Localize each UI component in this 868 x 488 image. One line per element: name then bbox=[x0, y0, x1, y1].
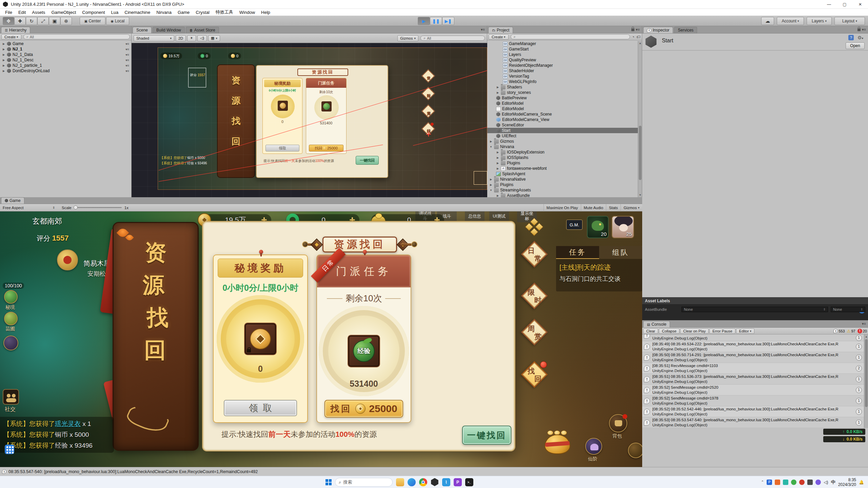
vscode-icon[interactable]: ⌇ bbox=[442, 478, 450, 486]
left-hud-icon[interactable] bbox=[3, 336, 18, 350]
menu-gameobject[interactable]: GameObject bbox=[48, 10, 79, 15]
extra-round-button[interactable] bbox=[628, 443, 642, 458]
purple-app-icon[interactable]: P bbox=[454, 478, 462, 486]
immortal-rank-button[interactable] bbox=[585, 438, 602, 455]
project-item[interactable]: UIEffect bbox=[487, 133, 638, 139]
coin-reward-item[interactable] bbox=[244, 323, 277, 355]
console-editor-dropdown[interactable]: Editor▾ bbox=[736, 328, 754, 334]
project-item[interactable]: ▶Plugins bbox=[487, 182, 638, 187]
move-tool-icon[interactable]: ✚ bbox=[14, 17, 26, 25]
gear-icon[interactable]: ⚙▾ bbox=[857, 35, 863, 40]
taskbar-search-input[interactable]: ⌕搜索 bbox=[335, 478, 393, 487]
menu-cinemachine[interactable]: Cinemachine bbox=[121, 10, 153, 15]
tab-game[interactable]: Game bbox=[1, 197, 24, 204]
project-item[interactable]: C#ResidentObjectManager bbox=[487, 63, 638, 68]
project-item[interactable]: ▶IOSSplashs bbox=[487, 155, 638, 160]
terminal-icon[interactable]: >_ bbox=[465, 478, 473, 486]
tab-project[interactable]: 🗀Project bbox=[488, 27, 513, 33]
project-item[interactable]: ▶Gizmos bbox=[487, 139, 638, 144]
stats-button[interactable]: Stats bbox=[606, 204, 620, 211]
project-search-input[interactable]: ⌕ bbox=[511, 34, 630, 39]
hierarchy-item-nj1-data[interactable]: ▶NJ_1_Data▾≡ bbox=[0, 52, 131, 57]
item-menu-icon[interactable]: ▾≡ bbox=[125, 53, 131, 57]
close-button[interactable]: ✕ bbox=[852, 0, 868, 9]
dragon-pet-icon[interactable]: 20 bbox=[587, 216, 609, 238]
project-item[interactable]: EditorModelCamera_View bbox=[487, 117, 638, 122]
quest-desc[interactable]: 与石洞门口的共工交谈 bbox=[559, 275, 642, 283]
minimize-button[interactable]: — bbox=[821, 0, 837, 9]
account-dropdown[interactable]: Account ▾ bbox=[777, 17, 804, 25]
error-count[interactable]: !20 bbox=[857, 329, 867, 333]
pause-button[interactable]: ❚❚ bbox=[430, 17, 442, 25]
console-log-row[interactable]: ![08:35:52] SendMessage cmdId=1978UnityE… bbox=[642, 395, 864, 406]
assetbundle-dropdown[interactable]: None⇕ bbox=[682, 307, 828, 312]
diamond-daily-button[interactable]: 日常 bbox=[522, 242, 547, 267]
effects-dropdown-icon[interactable]: ▦ ▾ bbox=[208, 35, 220, 41]
project-item[interactable]: ▶story_scenes bbox=[487, 90, 638, 95]
space-toggle[interactable]: ◉ Local bbox=[106, 17, 129, 25]
project-item[interactable]: C#QualityPreview bbox=[487, 57, 638, 63]
menu-edit[interactable]: Edit bbox=[15, 10, 29, 15]
panel-menu-icon[interactable]: ▾≡ bbox=[862, 27, 866, 32]
project-item[interactable]: C#ShaderHolder bbox=[487, 68, 638, 74]
tray-expand-icon[interactable]: ⌃ bbox=[761, 480, 764, 484]
console-log-row[interactable]: ![08:35:49] 08:35:49.534-222: [preload/l… bbox=[642, 341, 864, 352]
claim-button[interactable]: 领取 bbox=[224, 400, 297, 416]
project-scrollbar[interactable]: ▲▼ bbox=[638, 41, 642, 197]
lock-icon[interactable] bbox=[857, 28, 861, 31]
console-scrollbar[interactable]: ▲ bbox=[864, 334, 868, 428]
hierarchy-search-input[interactable]: ⌕All bbox=[23, 34, 130, 39]
hierarchy-create-button[interactable]: Create▾ bbox=[1, 34, 21, 40]
hierarchy-item-nj1-particle[interactable]: ▶NJ_1_particle_1▾≡ bbox=[0, 63, 131, 68]
tab-hierarchy[interactable]: ☰Hierarchy bbox=[1, 27, 30, 33]
menu-window[interactable]: Window bbox=[236, 10, 258, 15]
menu-lua[interactable]: Lua bbox=[108, 10, 122, 15]
aspect-dropdown[interactable]: Free Aspect⇕ bbox=[0, 204, 58, 211]
tray-icon-green[interactable] bbox=[791, 480, 796, 485]
pivot-toggle[interactable]: ▣ Center bbox=[80, 17, 105, 25]
quest-title[interactable]: [主线]刑天的踪迹 bbox=[559, 263, 642, 272]
assetbundle-variant-dropdown[interactable]: None⇕ bbox=[831, 307, 865, 312]
search-by-type-icon[interactable]: ◔ bbox=[632, 35, 634, 39]
mute-audio-button[interactable]: Mute Audio bbox=[581, 204, 606, 211]
tray-icon-blue[interactable]: P bbox=[767, 480, 772, 485]
item-menu-icon[interactable]: ▾≡ bbox=[125, 47, 131, 51]
diamond-weekly-button[interactable]: 周赏 bbox=[522, 320, 547, 345]
item-menu-icon[interactable]: ▾≡ bbox=[125, 64, 131, 67]
tray-icon-orange[interactable] bbox=[775, 480, 780, 485]
tab-build-window[interactable]: Build Window bbox=[153, 27, 185, 33]
tray-icon-purple[interactable] bbox=[815, 480, 821, 485]
console-log-row[interactable]: ![08:35:53] 08:35:53.547-540: [preload/l… bbox=[642, 417, 864, 428]
menu-assets[interactable]: Assets bbox=[29, 10, 48, 15]
project-item[interactable]: ▶Plugins bbox=[487, 160, 638, 166]
one-key-retrieve-button[interactable]: 一键找回 bbox=[462, 426, 511, 445]
project-item[interactable]: ▶Afontawesome-webfont bbox=[487, 166, 638, 171]
scene-gizmos-dropdown[interactable]: Gizmos▾ bbox=[397, 35, 418, 41]
status-bar[interactable]: ! 08:35:53.547-540: [preload/lua_mono_be… bbox=[0, 467, 868, 476]
project-item[interactable]: C#Layers bbox=[487, 52, 638, 57]
rotate-tool-icon[interactable]: ↻ bbox=[26, 17, 37, 25]
scale-tool-icon[interactable]: ⤢ bbox=[37, 17, 49, 25]
tab-scene[interactable]: Scene bbox=[133, 27, 152, 33]
open-asset-button[interactable]: Open bbox=[846, 42, 865, 49]
project-create-button[interactable]: Create▾ bbox=[489, 34, 509, 40]
social-icon[interactable] bbox=[3, 389, 19, 405]
project-item[interactable]: C#VersionTag bbox=[487, 74, 638, 79]
tab-services[interactable]: Services bbox=[674, 27, 697, 33]
item-menu-icon[interactable]: ▾≡ bbox=[125, 42, 131, 46]
diamond-limited-button[interactable]: 限时 bbox=[522, 283, 547, 308]
floating-grid-icon[interactable] bbox=[5, 445, 14, 454]
project-item[interactable]: SceneEditor bbox=[487, 122, 638, 128]
start-button[interactable] bbox=[326, 479, 332, 485]
project-item[interactable]: C#WebGLPkgInfo bbox=[487, 79, 638, 84]
scale-slider[interactable] bbox=[74, 207, 122, 208]
project-item[interactable]: ▶NirvanaNative bbox=[487, 177, 638, 182]
game-canvas[interactable]: 调试战斗 战斗 总信息 UI测试 显示坐标 19.5万 0 0 玄都南郊 评分 … bbox=[0, 211, 642, 467]
rating-medal-icon[interactable] bbox=[57, 249, 78, 270]
item-menu-icon[interactable]: ▾≡ bbox=[125, 58, 131, 62]
project-item[interactable]: EditorModel bbox=[487, 101, 638, 106]
scene-search-input[interactable]: ⌕All bbox=[420, 36, 485, 41]
search-by-label-icon[interactable]: 🏷 bbox=[636, 35, 640, 39]
menu-nirvana[interactable]: Nirvana bbox=[153, 10, 175, 15]
console-log-row[interactable]: !UnityEngine.Debug:Log(Object)1 bbox=[642, 334, 864, 341]
